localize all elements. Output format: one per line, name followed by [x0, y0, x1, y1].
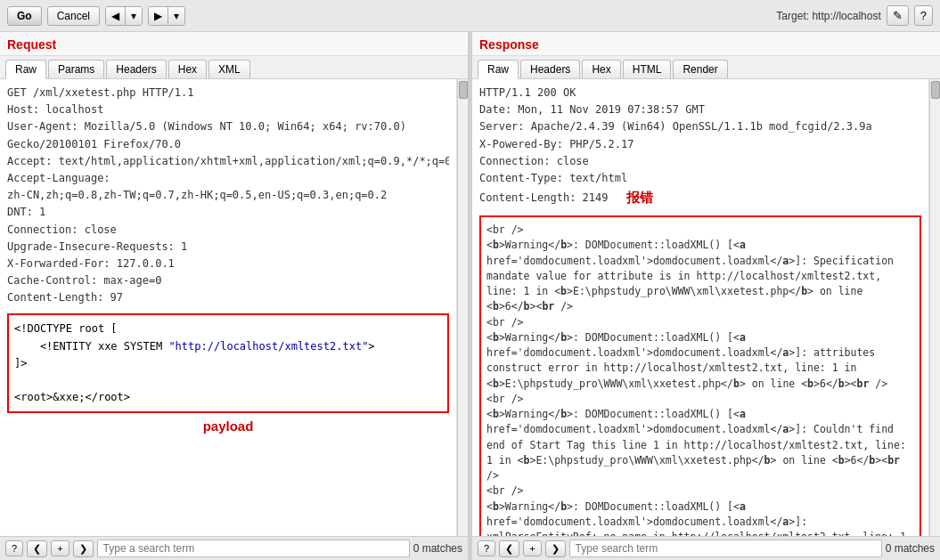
request-content[interactable]: GET /xml/xxetest.php HTTP/1.1 Host: loca…	[0, 79, 457, 536]
tab-hex-request[interactable]: Hex	[168, 60, 207, 78]
request-headers-text: GET /xml/xxetest.php HTTP/1.1 Host: loca…	[7, 85, 449, 306]
request-header: Request	[0, 32, 468, 56]
response-tabs: Raw Headers Hex HTML Render	[472, 56, 940, 79]
req-line-5: Accept: text/html,application/xhtml+xml,…	[7, 153, 449, 170]
req-line-9: Connection: close	[7, 222, 449, 239]
tab-raw-response[interactable]: Raw	[478, 60, 519, 79]
target-label: Target: http://localhost	[776, 10, 880, 22]
bottom-right-next-button[interactable]: ❯	[545, 540, 566, 557]
response-header: Response	[472, 32, 940, 56]
req-line-4: Gecko/20100101 Firefox/70.0	[7, 136, 449, 153]
back-button[interactable]: ◀	[106, 7, 126, 25]
request-tabs: Raw Params Headers Hex XML	[0, 56, 468, 79]
tab-html-response[interactable]: HTML	[623, 60, 672, 78]
tab-xml-request[interactable]: XML	[208, 60, 250, 78]
response-content[interactable]: HTTP/1.1 200 OK Date: Mon, 11 Nov 2019 0…	[472, 79, 929, 536]
toolbar-right: Target: http://localhost ✎ ?	[776, 5, 933, 26]
error-line-5: <br />	[486, 392, 914, 407]
payload-line-2: <!ENTITY xxe SYSTEM "http://localhost/xm…	[14, 338, 442, 355]
bottom-left-panel: ? ❮ + ❯ 0 matches	[0, 537, 469, 560]
bottom-left-next-button[interactable]: ❯	[73, 540, 94, 557]
payload-line-4	[14, 372, 442, 389]
req-line-12: Cache-Control: max-age=0	[7, 272, 449, 289]
bottom-right-matches-label: 0 matches	[886, 542, 935, 555]
req-line-11: X-Forwarded-For: 127.0.0.1	[7, 256, 449, 272]
req-line-6: Accept-Language:	[7, 170, 449, 187]
payload-box: <!DOCTYPE root [ <!ENTITY xxe SYSTEM "ht…	[7, 313, 449, 413]
edit-target-button[interactable]: ✎	[887, 5, 909, 26]
resp-line-4: X-Powered-By: PHP/5.2.17	[479, 136, 921, 153]
resp-line-6: Content-Type: text/html	[479, 170, 921, 187]
req-line-7: zh-CN,zh;q=0.8,zh-TW;q=0.7,zh-HK;q=0.5,e…	[7, 187, 449, 204]
req-line-10: Upgrade-Insecure-Requests: 1	[7, 239, 449, 256]
tab-params-request[interactable]: Params	[48, 60, 104, 78]
forward-nav-group: ▶ ▾	[148, 6, 185, 26]
request-content-wrapper: GET /xml/xxetest.php HTTP/1.1 Host: loca…	[0, 79, 468, 536]
main-area: Request Raw Params Headers Hex XML GET /…	[0, 32, 940, 536]
cancel-button[interactable]: Cancel	[47, 6, 100, 26]
bottom-right-help-button[interactable]: ?	[478, 540, 495, 556]
bottom-right-add-button[interactable]: +	[523, 540, 541, 556]
back-dropdown-button[interactable]: ▾	[126, 7, 142, 25]
bottom-right-panel: ? ❮ + ❯ 0 matches	[472, 537, 940, 560]
tab-headers-response[interactable]: Headers	[520, 60, 580, 78]
error-line-2: <b>Warning</b>: DOMDocument::loadXML() […	[486, 238, 914, 314]
req-line-2: Host: localhost	[7, 101, 449, 118]
bottom-right-search-input[interactable]	[569, 540, 882, 557]
request-panel: Request Raw Params Headers Hex XML GET /…	[0, 32, 469, 536]
error-line-6: <b>Warning</b>: DOMDocument::loadXML() […	[486, 407, 914, 483]
request-scrollbar-thumb[interactable]	[459, 81, 468, 99]
error-label: 报错	[626, 187, 653, 208]
bottom-left-search-input[interactable]	[97, 540, 410, 557]
error-line-4: <b>Warning</b>: DOMDocument::loadXML() […	[486, 330, 914, 392]
bottom-area: ? ❮ + ❯ 0 matches ? ❮ + ❯ 0 matches	[0, 536, 940, 560]
req-line-13: Content-Length: 97	[7, 289, 449, 306]
error-line-3: <br />	[486, 315, 914, 330]
tab-headers-request[interactable]: Headers	[106, 60, 166, 78]
error-line-7: <br />	[486, 483, 914, 499]
forward-button[interactable]: ▶	[149, 7, 168, 25]
response-headers-text: HTTP/1.1 200 OK Date: Mon, 11 Nov 2019 0…	[479, 85, 921, 208]
bottom-right-prev-button[interactable]: ❮	[499, 540, 519, 557]
bottom-left-help-button[interactable]: ?	[5, 540, 23, 556]
resp-line-3: Server: Apache/2.4.39 (Win64) OpenSSL/1.…	[479, 118, 921, 135]
error-box: <br /> <b>Warning</b>: DOMDocument::load…	[479, 215, 921, 536]
resp-line-1: HTTP/1.1 200 OK	[479, 85, 921, 101]
forward-dropdown-button[interactable]: ▾	[168, 7, 184, 25]
go-button[interactable]: Go	[7, 6, 42, 26]
req-line-1: GET /xml/xxetest.php HTTP/1.1	[7, 85, 449, 101]
resp-line-2: Date: Mon, 11 Nov 2019 07:38:57 GMT	[479, 101, 921, 118]
payload-label: payload	[7, 418, 449, 434]
payload-line-3: ]>	[14, 355, 442, 372]
response-scrollbar-thumb[interactable]	[931, 81, 940, 99]
bottom-left-add-button[interactable]: +	[51, 540, 69, 556]
payload-line-1: <!DOCTYPE root [	[14, 321, 442, 337]
error-line-1: <br />	[486, 223, 914, 238]
request-scrollbar[interactable]	[457, 79, 468, 536]
bottom-left-prev-button[interactable]: ❮	[27, 540, 47, 557]
back-nav-group: ◀ ▾	[105, 6, 143, 26]
resp-line-7: Content-Length: 2149 报错	[479, 187, 921, 208]
tab-render-response[interactable]: Render	[673, 60, 727, 78]
req-line-8: DNT: 1	[7, 204, 449, 221]
toolbar: Go Cancel ◀ ▾ ▶ ▾ Target: http://localho…	[0, 0, 940, 32]
bottom-left-matches-label: 0 matches	[413, 542, 462, 555]
help-button[interactable]: ?	[914, 5, 933, 26]
response-content-wrapper: HTTP/1.1 200 OK Date: Mon, 11 Nov 2019 0…	[472, 79, 940, 536]
resp-line-5: Connection: close	[479, 153, 921, 170]
content-length-text: Content-Length: 2149	[479, 190, 609, 207]
tab-raw-request[interactable]: Raw	[5, 60, 46, 79]
response-panel: Response Raw Headers Hex HTML Render HTT…	[472, 32, 940, 536]
response-scrollbar[interactable]	[929, 79, 940, 536]
error-line-8: <b>Warning</b>: DOMDocument::loadXML() […	[486, 499, 914, 536]
req-line-3: User-Agent: Mozilla/5.0 (Windows NT 10.0…	[7, 118, 449, 135]
tab-hex-response[interactable]: Hex	[582, 60, 620, 78]
payload-line-5: <root>&xxe;</root>	[14, 389, 442, 406]
